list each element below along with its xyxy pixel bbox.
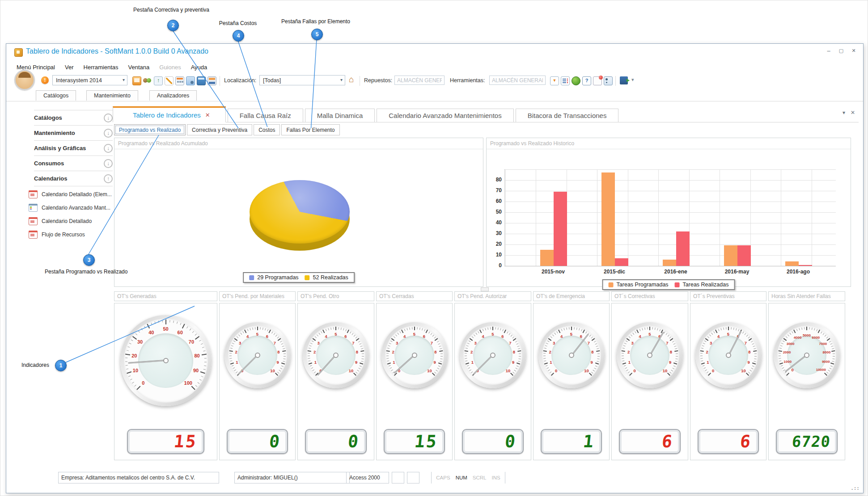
doc-tab-tablero-de-indicadores[interactable]: Tablero de Indicadores bbox=[113, 106, 226, 122]
callout-badge-3: 3 bbox=[83, 254, 95, 266]
menu-item-guiones[interactable]: Guiones bbox=[155, 63, 185, 71]
tab-list-dropdown-icon[interactable] bbox=[843, 109, 845, 116]
y-tick-label: 50 bbox=[490, 209, 502, 215]
gauge-body: 0123456789106 bbox=[611, 303, 688, 460]
chevron-down-icon[interactable] bbox=[104, 159, 113, 168]
sub-tab-correctiva-y-preventiva[interactable]: Correctiva y Preventiva bbox=[187, 124, 252, 135]
sidebar-section-consumos[interactable]: Consumos bbox=[34, 156, 113, 171]
calendar-multi-icon bbox=[29, 204, 38, 212]
calculator-icon[interactable] bbox=[175, 76, 184, 85]
download-icon[interactable] bbox=[550, 76, 559, 85]
exit-icon[interactable] bbox=[620, 76, 628, 84]
bar-tareas-realizadas bbox=[554, 192, 567, 266]
menu-item-ver[interactable]: Ver bbox=[61, 63, 78, 71]
minimize-icon[interactable] bbox=[825, 46, 833, 55]
menu-item-men-principal[interactable]: Menú Principal bbox=[13, 63, 59, 71]
legend-entry: 52 Realizadas bbox=[305, 274, 348, 281]
sidebar-item-calendario-detallado-elem[interactable]: Calendario Detallado (Elem... bbox=[29, 188, 118, 201]
legend-entry: Tareas Programadas bbox=[609, 282, 669, 288]
sidebar-section-label: Análisis y Gráficas bbox=[34, 145, 86, 151]
doc-tab-falla-causa-ra-z[interactable]: Falla Causa Raíz bbox=[228, 109, 303, 122]
lock-indicator-ins: INS bbox=[492, 475, 500, 480]
list-icon[interactable] bbox=[561, 76, 570, 85]
chevron-down-icon[interactable] bbox=[104, 144, 113, 153]
status-db: Access 2000 bbox=[346, 472, 389, 483]
sidebar-item-flujo-de-recursos[interactable]: Flujo de Recursos bbox=[29, 228, 118, 241]
gauge-body: 01234567891015 bbox=[376, 303, 453, 460]
doc-tab-label: Falla Causa Raíz bbox=[240, 112, 291, 119]
sub-tab-costos[interactable]: Costos bbox=[254, 124, 280, 135]
gauge-needle-line bbox=[394, 355, 415, 374]
herramientas-input[interactable] bbox=[489, 76, 546, 85]
doc-tab-bitacora-de-transacciones[interactable]: Bitacora de Transacciones bbox=[516, 109, 619, 122]
toolbar-overflow-icon[interactable]: ▾ bbox=[631, 77, 634, 83]
bug-icon[interactable] bbox=[572, 76, 580, 85]
chevron-up-icon[interactable] bbox=[104, 174, 113, 183]
close-tab-icon[interactable] bbox=[205, 112, 210, 118]
ribbon-tab-mantenimiento[interactable]: Mantenimiento bbox=[86, 90, 138, 101]
gauge-dial: 012345678910 bbox=[617, 322, 683, 388]
legend-label: Tareas Realizadas bbox=[683, 282, 729, 288]
panel-splitter-handle[interactable] bbox=[481, 287, 489, 291]
chevron-down-icon[interactable] bbox=[104, 129, 113, 138]
repuestos-label: Repuestos: bbox=[364, 77, 392, 84]
doc-tab-calendario-avanzado-mantenimientos[interactable]: Calendario Avanzado Mantenimientos bbox=[377, 109, 513, 122]
ribbon-tab-analizadores[interactable]: Analizadores bbox=[149, 90, 197, 101]
monitor-icon[interactable] bbox=[132, 76, 141, 85]
gauge-needle-line bbox=[128, 360, 166, 364]
x-tick-label: 2015-nov bbox=[542, 269, 565, 275]
bar-chart: Tareas ProgramadasTareas Realizadas 0102… bbox=[487, 149, 851, 286]
menu-item-herramientas[interactable]: Herramientas bbox=[80, 63, 123, 71]
users-icon[interactable] bbox=[143, 76, 151, 84]
repuestos-input[interactable] bbox=[394, 76, 445, 85]
settings-icon[interactable] bbox=[186, 76, 195, 85]
alert-icon[interactable] bbox=[41, 76, 49, 84]
gauge-center-cap bbox=[163, 358, 169, 363]
resize-grip[interactable] bbox=[851, 485, 860, 491]
sidebar-item-calendario-detallado[interactable]: Calendario Detallado bbox=[29, 214, 118, 228]
sidebar-section-an-lisis-y-gr-ficas[interactable]: Análisis y Gráficas bbox=[34, 141, 113, 156]
chevron-down-icon[interactable] bbox=[104, 113, 113, 122]
localizacion-combobox-value: [Todas] bbox=[263, 77, 281, 84]
gauge-body: 0100020003000400050006000700080009000100… bbox=[768, 303, 845, 460]
user-card-icon[interactable] bbox=[604, 76, 613, 85]
calendar-icon bbox=[29, 231, 38, 239]
callout-badge-2: 2 bbox=[167, 20, 179, 31]
digital-display: 6 bbox=[619, 429, 681, 454]
digital-value: 1 bbox=[582, 432, 596, 451]
sub-tab-fallas-por-elemento[interactable]: Fallas Por Elemento bbox=[281, 124, 339, 135]
menu-item-ayuda[interactable]: Ayuda bbox=[187, 63, 212, 71]
legend-swatch bbox=[609, 282, 614, 287]
print-icon[interactable] bbox=[207, 76, 216, 85]
gridline-vertical bbox=[812, 169, 812, 266]
help-doc-icon[interactable] bbox=[582, 76, 591, 85]
sidebar-item-calendario-avanzado-mant[interactable]: Calendario Avanzado Mant... bbox=[29, 201, 118, 214]
gauge-center-cap bbox=[804, 353, 809, 358]
ribbon-tab-cat-logos[interactable]: Catálogos bbox=[36, 90, 76, 101]
sidebar-section-cat-logos[interactable]: Catálogos bbox=[34, 110, 113, 126]
window-icon[interactable] bbox=[197, 76, 206, 85]
sidebar-section-calendarios[interactable]: Calendarios bbox=[34, 171, 113, 186]
edit-icon[interactable] bbox=[165, 76, 174, 85]
close-tab-strip-icon[interactable] bbox=[851, 109, 855, 116]
legend-label: 52 Realizadas bbox=[313, 274, 348, 281]
close-icon[interactable] bbox=[850, 46, 858, 55]
profile-combobox[interactable]: Interasystem 2014 bbox=[52, 75, 127, 85]
menu-item-ventana[interactable]: Ventana bbox=[124, 63, 154, 71]
doc-tab-malla-dinamica[interactable]: Malla Dinamica bbox=[305, 109, 375, 122]
gauge-needle-line bbox=[473, 355, 494, 375]
home-icon[interactable]: ⌂ bbox=[349, 75, 354, 84]
localizacion-combobox[interactable]: [Todas] bbox=[259, 75, 345, 85]
pie-panel-title: Programado vs Realizado Acumulado bbox=[114, 138, 483, 149]
gauge-center-cap bbox=[333, 353, 339, 358]
import-icon[interactable] bbox=[154, 76, 163, 85]
y-tick-label: 20 bbox=[490, 241, 502, 247]
user-avatar[interactable] bbox=[14, 70, 35, 90]
sub-tab-programado-vs-realizado[interactable]: Programado vs Realizado bbox=[114, 124, 186, 135]
pinned-note-icon[interactable] bbox=[593, 76, 602, 85]
maximize-icon[interactable] bbox=[837, 46, 845, 55]
sidebar-section-mantenimiento[interactable]: Mantenimiento bbox=[34, 126, 113, 141]
gauge-title: Horas Sin Atender Fallas bbox=[768, 291, 845, 301]
gauge-dial: 0100020003000400050006000700080009000100… bbox=[774, 322, 840, 388]
pie-top bbox=[250, 180, 350, 244]
